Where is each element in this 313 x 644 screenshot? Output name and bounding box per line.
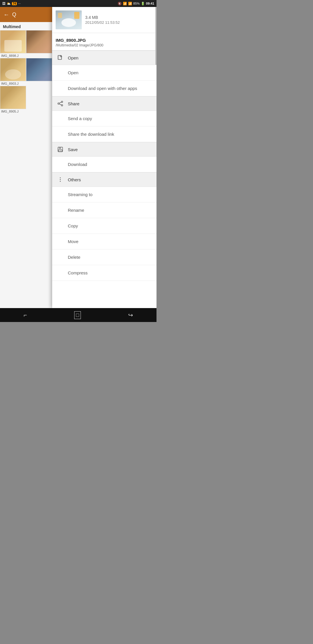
image-label-2 bbox=[26, 53, 52, 55]
section-label-share: Share bbox=[68, 101, 79, 106]
file-path: /Multimedia/02 Image/JPG/800 bbox=[56, 43, 153, 47]
scroll-indicator bbox=[155, 7, 156, 65]
section-header-others: Others bbox=[52, 172, 156, 187]
bg-toolbar: ← Q bbox=[0, 7, 52, 22]
section-header-open: Open bbox=[52, 50, 156, 65]
image-label-4 bbox=[26, 81, 52, 82]
bg-toolbar-title: Q bbox=[12, 12, 16, 18]
file-info: 3.4 MB 2012/05/02 11:53:52 bbox=[85, 15, 153, 25]
status-left-icons: 🖼 ⛅ 74 ··· bbox=[2, 2, 21, 6]
file-date: 2012/05/02 11:53:52 bbox=[85, 20, 153, 25]
menu-item-move[interactable]: Move bbox=[52, 234, 156, 249]
menu-item-compress[interactable]: Compress bbox=[52, 265, 156, 281]
file-header: 3.4 MB 2012/05/02 11:53:52 bbox=[52, 7, 156, 33]
photo-icon: 🖼 bbox=[2, 2, 6, 5]
bg-section-title: Multimed bbox=[0, 22, 52, 30]
plate-decoration bbox=[61, 18, 76, 27]
svg-point-10 bbox=[60, 178, 61, 178]
more-vert-icon bbox=[57, 176, 64, 183]
menu-item-delete[interactable]: Delete bbox=[52, 249, 156, 265]
svg-rect-9 bbox=[59, 150, 61, 151]
menu-item-share-link[interactable]: Share the download link bbox=[52, 126, 156, 142]
file-size: 3.4 MB bbox=[85, 15, 153, 20]
share-icon bbox=[57, 100, 64, 107]
menu-item-streaming-to[interactable]: Streaming to bbox=[52, 187, 156, 202]
list-item: IMG_8898.J bbox=[0, 30, 26, 58]
bg-image-grid: IMG_8898.J IMG_8903.J IMG_8905.J bbox=[0, 30, 52, 114]
menu-item-rename[interactable]: Rename bbox=[52, 202, 156, 218]
status-right-icons: 🔇 📶 📶 85% 🔋 09:41 bbox=[118, 2, 154, 6]
battery-icon: 🔋 bbox=[141, 2, 145, 6]
thumbnail-3 bbox=[0, 58, 26, 81]
nav-recent-button[interactable]: ↩ bbox=[128, 312, 133, 319]
svg-line-4 bbox=[59, 102, 61, 103]
menu-item-copy[interactable]: Copy bbox=[52, 218, 156, 234]
file-name: IMG_8900.JPG bbox=[56, 38, 153, 43]
open-icon bbox=[57, 54, 64, 61]
list-item: IMG_8903.J bbox=[0, 58, 26, 86]
section-label-save: Save bbox=[68, 147, 78, 152]
list-item bbox=[26, 58, 52, 86]
signal-icon: 📶 bbox=[128, 2, 132, 6]
thumbnail-1 bbox=[0, 30, 26, 53]
svg-point-12 bbox=[60, 181, 61, 182]
image-label-1: IMG_8898.J bbox=[0, 53, 26, 58]
svg-point-3 bbox=[58, 103, 59, 104]
weather-icon: ⛅ bbox=[7, 2, 11, 6]
svg-point-2 bbox=[61, 105, 63, 106]
save-icon bbox=[57, 146, 64, 153]
thumbnail-4 bbox=[26, 58, 52, 81]
list-item bbox=[26, 30, 52, 58]
image-label-5: IMG_8905.J bbox=[0, 109, 26, 114]
menu-item-open[interactable]: Open bbox=[52, 65, 156, 81]
context-menu-panel: 3.4 MB 2012/05/02 11:53:52 IMG_8900.JPG … bbox=[52, 7, 156, 308]
menu-item-send-copy[interactable]: Send a copy bbox=[52, 111, 156, 126]
svg-point-1 bbox=[61, 101, 63, 103]
battery-percent: 85% bbox=[133, 2, 140, 5]
section-label-open: Open bbox=[68, 55, 79, 60]
nav-home-button[interactable]: □ bbox=[74, 311, 81, 319]
section-label-others: Others bbox=[68, 177, 81, 182]
thumbnail-5 bbox=[0, 86, 26, 109]
thumbnail-2 bbox=[26, 30, 52, 53]
time-display: 09:41 bbox=[146, 2, 154, 5]
menu-item-download-open[interactable]: Download and open with other apps bbox=[52, 81, 156, 96]
back-arrow-icon: ← bbox=[3, 11, 9, 18]
nav-back-button[interactable]: ⌐ bbox=[23, 312, 27, 319]
list-item: IMG_8905.J bbox=[0, 86, 26, 114]
file-thumbnail bbox=[56, 10, 82, 29]
notification-badge: 74 bbox=[12, 2, 17, 5]
section-header-save: Save bbox=[52, 142, 156, 157]
svg-line-5 bbox=[59, 104, 61, 105]
svg-rect-7 bbox=[59, 147, 61, 149]
status-bar: 🖼 ⛅ 74 ··· 🔇 📶 📶 85% 🔋 09:41 bbox=[0, 0, 156, 7]
more-dots-icon: ··· bbox=[18, 2, 21, 5]
mute-icon: 🔇 bbox=[118, 2, 122, 6]
bottom-navigation: ⌐ □ ↩ bbox=[0, 308, 156, 322]
image-label-3: IMG_8903.J bbox=[0, 81, 26, 86]
background-app: ← Q Multimed IMG_8898.J IMG_8903.J IMG_8… bbox=[0, 7, 52, 308]
svg-point-11 bbox=[60, 179, 61, 180]
wifi-icon: 📶 bbox=[123, 2, 127, 6]
section-header-share: Share bbox=[52, 96, 156, 111]
menu-item-download[interactable]: Download bbox=[52, 157, 156, 172]
